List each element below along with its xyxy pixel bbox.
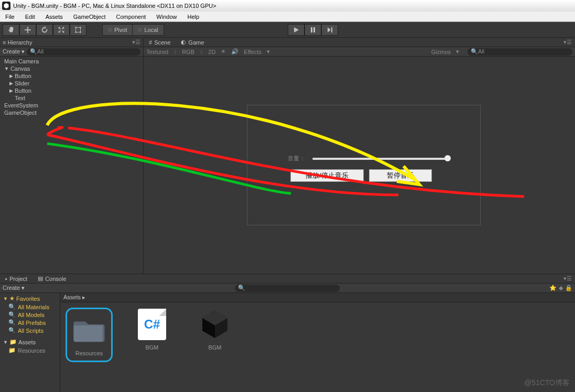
tab-scene[interactable]: #Scene <box>144 39 176 46</box>
effects-dropdown[interactable]: Effects <box>244 49 261 55</box>
star-icon: ★ <box>9 295 15 302</box>
tree-item-text[interactable]: Text <box>0 94 143 102</box>
shading-dropdown[interactable]: Textured <box>146 49 168 55</box>
caret-icon[interactable]: ▼ <box>3 340 8 345</box>
assets-resources[interactable]: 📁Resources <box>0 346 60 354</box>
svg-point-3 <box>75 31 77 33</box>
panel-options-icon[interactable]: ▾☰ <box>563 275 575 282</box>
toolbar: Pivot Local <box>0 22 575 38</box>
scene-search[interactable]: 🔍All <box>468 48 572 56</box>
project-panel: ▪Project ▤Console ▾☰ Create ▾ 🔍 ⭐ ◆ 🔒 ▼★… <box>0 274 575 392</box>
hierarchy-tab[interactable]: ≡ Hierarchy ▾☰ <box>0 38 143 47</box>
fav-all-prefabs[interactable]: 🔍All Prefabs <box>0 319 60 326</box>
asset-resources-folder[interactable]: Resources <box>66 308 113 362</box>
main-area: ≡ Hierarchy ▾☰ Create ▾ 🔍All Main Camera… <box>0 38 575 274</box>
hierarchy-title: Hierarchy <box>7 39 32 46</box>
caret-icon[interactable]: ▶ <box>9 88 13 93</box>
breadcrumb[interactable]: Assets ▸ <box>60 293 575 302</box>
tree-item-canvas[interactable]: ▼Canvas <box>0 65 143 72</box>
svg-rect-6 <box>313 27 315 32</box>
rect-tool-button[interactable] <box>70 24 86 36</box>
folder-icon <box>72 313 106 347</box>
search-icon: 🔍 <box>8 319 16 326</box>
play-button[interactable] <box>288 24 305 36</box>
svg-rect-0 <box>76 27 81 32</box>
project-toolbar: Create ▾ 🔍 ⭐ ◆ 🔒 <box>0 284 575 293</box>
hierarchy-icon: ≡ <box>3 39 6 46</box>
volume-slider[interactable] <box>312 158 448 160</box>
tree-item-main-camera[interactable]: Main Camera <box>0 58 143 65</box>
panel-options-icon[interactable]: ▾☰ <box>132 39 140 46</box>
hierarchy-panel: ≡ Hierarchy ▾☰ Create ▾ 🔍All Main Camera… <box>0 38 144 274</box>
caret-icon[interactable]: ▶ <box>9 81 13 86</box>
menu-component[interactable]: Component <box>111 13 151 21</box>
tab-console[interactable]: ▤Console <box>32 275 71 282</box>
filter-icon-3[interactable]: 🔒 <box>565 285 572 291</box>
project-search[interactable]: 🔍 <box>235 285 340 292</box>
scene-toolbar: Textured‡ RGB‡ 2D ☀ 🔊 Effects▾ Gizmos▾ 🔍… <box>144 47 575 57</box>
create-dropdown[interactable]: Create ▾ <box>3 48 25 55</box>
panel-options-icon[interactable]: ▾☰ <box>563 39 575 46</box>
svg-rect-5 <box>311 27 312 32</box>
menu-window[interactable]: Window <box>151 13 182 21</box>
tree-item-button[interactable]: ▶Button <box>0 72 143 80</box>
play-stop-music-button[interactable]: 播放/停止音乐 <box>290 169 364 182</box>
assets-root[interactable]: ▼📁Assets <box>0 337 60 346</box>
render-dropdown[interactable]: RGB <box>182 49 194 55</box>
menu-assets[interactable]: Assets <box>40 13 68 21</box>
pause-button[interactable] <box>305 24 321 36</box>
create-dropdown[interactable]: Create ▾ <box>3 285 25 291</box>
search-icon: 🔍 <box>471 48 478 55</box>
caret-icon[interactable]: ▼ <box>4 66 9 71</box>
menubar: File Edit Assets GameObject Component Wi… <box>0 12 575 22</box>
project-tabs: ▪Project ▤Console ▾☰ <box>0 274 575 284</box>
tree-item-gameobject[interactable]: GameObject <box>0 109 143 116</box>
csharp-icon: C# <box>135 308 169 341</box>
svg-point-1 <box>75 27 77 28</box>
caret-icon[interactable]: ▼ <box>3 296 8 301</box>
local-button[interactable]: Local <box>133 24 164 36</box>
menu-gameobject[interactable]: GameObject <box>68 13 111 21</box>
project-content: ▼★Favorites 🔍All Materials 🔍All Models 🔍… <box>0 293 575 392</box>
pause-music-button[interactable]: 暂停音乐 <box>369 169 432 182</box>
asset-bgm-script[interactable]: C# BGM <box>128 308 176 351</box>
tree-item-button-2[interactable]: ▶Button <box>0 87 143 94</box>
favorites-header[interactable]: ▼★Favorites <box>0 294 60 303</box>
step-button[interactable] <box>321 24 338 36</box>
tree-item-slider[interactable]: ▶Slider <box>0 80 143 87</box>
tree-item-eventsystem[interactable]: EventSystem <box>0 102 143 109</box>
scene-viewport[interactable]: 音量： 播放/停止音乐 暂停音乐 <box>144 57 575 274</box>
play-controls <box>288 24 338 36</box>
menu-file[interactable]: File <box>0 13 20 21</box>
scale-tool-button[interactable] <box>53 24 70 36</box>
game-icon: ◐ <box>181 39 186 46</box>
tab-game[interactable]: ◐Game <box>176 39 209 46</box>
fav-all-materials[interactable]: 🔍All Materials <box>0 303 60 311</box>
search-icon: 🔍 <box>8 303 16 310</box>
pivot-button[interactable]: Pivot <box>102 24 133 36</box>
titlebar: Unity - BGM.unity - BGM - PC, Mac & Linu… <box>0 0 575 12</box>
audio-icon[interactable]: 🔊 <box>231 48 238 55</box>
search-icon: 🔍 <box>238 285 245 291</box>
hand-tool-button[interactable] <box>3 24 19 36</box>
slider-handle[interactable] <box>444 155 451 161</box>
asset-bgm-scene[interactable]: BGM <box>191 308 238 351</box>
volume-label: 音量： <box>288 155 305 162</box>
tab-project[interactable]: ▪Project <box>0 276 32 282</box>
mode-2d-toggle[interactable]: 2D <box>208 49 215 55</box>
light-icon[interactable]: ☀ <box>221 48 226 55</box>
caret-icon[interactable]: ▶ <box>9 73 13 79</box>
fav-all-scripts[interactable]: 🔍All Scripts <box>0 326 60 334</box>
fav-all-models[interactable]: 🔍All Models <box>0 311 60 319</box>
svg-rect-7 <box>331 27 332 32</box>
move-tool-button[interactable] <box>19 24 36 36</box>
hierarchy-search[interactable]: 🔍All <box>27 48 140 56</box>
filter-icon-2[interactable]: ◆ <box>559 285 563 291</box>
menu-edit[interactable]: Edit <box>20 13 40 21</box>
search-icon: 🔍 <box>8 327 16 334</box>
gizmos-dropdown[interactable]: Gizmos <box>431 49 451 55</box>
search-icon: 🔍 <box>30 48 37 55</box>
rotate-tool-button[interactable] <box>36 24 53 36</box>
menu-help[interactable]: Help <box>182 13 204 21</box>
filter-icon-1[interactable]: ⭐ <box>549 285 557 291</box>
